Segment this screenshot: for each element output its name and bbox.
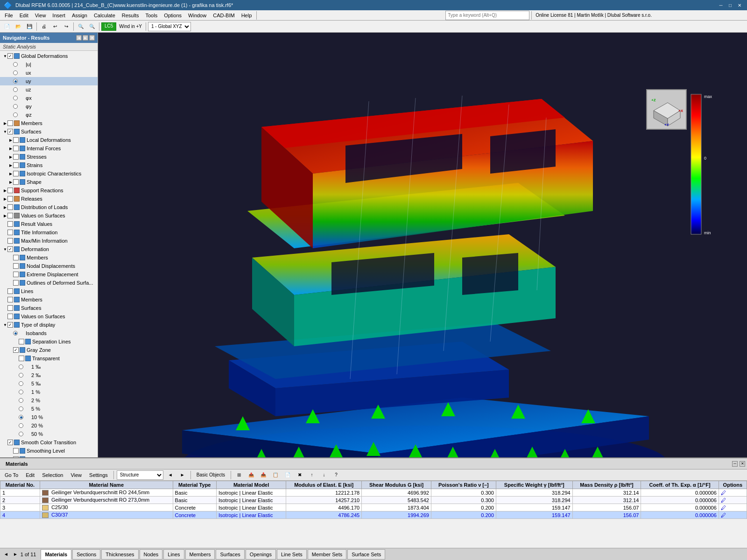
tree-arrow-stresses[interactable] [8, 155, 13, 159]
tree-item-u[interactable]: |u| [0, 60, 98, 69]
tree-item-members[interactable]: Members [0, 119, 98, 127]
radio-5per-mille[interactable] [19, 381, 23, 386]
tree-item-phiz[interactable]: φz [0, 111, 98, 119]
checkbox-global-deformations[interactable] [7, 53, 13, 59]
tree-arrow-support-reactions[interactable] [3, 189, 7, 193]
tree-item-global-deformations[interactable]: Global Deformations [0, 52, 98, 60]
table-row[interactable]: 4 C30/37 Concrete Isotropic | Linear Ela… [0, 511, 747, 519]
checkbox-shape[interactable] [13, 179, 19, 185]
table-row[interactable]: 3 C25/30 Concrete Isotropic | Linear Ela… [0, 504, 747, 511]
tb-undo[interactable]: ↩ [50, 21, 60, 32]
menu-calculate[interactable]: Calculate [91, 12, 118, 19]
tree-item-10percent[interactable]: 10 % [0, 413, 98, 421]
tb-help[interactable]: ? [331, 470, 341, 480]
radio-u[interactable] [13, 62, 18, 67]
tree-arrow-local-deformations[interactable] [8, 138, 13, 142]
menu-view[interactable]: View [32, 12, 49, 19]
tree-item-1per-mille[interactable]: 1 ‰ [0, 363, 98, 371]
menu-results[interactable]: Results [119, 12, 142, 19]
menu-window[interactable]: Window [185, 12, 209, 19]
tree-arrow-surfaces[interactable] [3, 130, 7, 134]
checkbox-values-on-surf2[interactable] [7, 314, 13, 319]
maximize-button[interactable]: □ [726, 1, 734, 9]
tree-arrow-values-on-surfaces[interactable] [3, 214, 7, 218]
tb-filter[interactable]: ⊞ [234, 470, 244, 480]
checkbox-result-values[interactable] [7, 221, 13, 227]
tab-member-sets[interactable]: Member Sets [308, 549, 346, 560]
tree-item-internal-forces[interactable]: Internal Forces [0, 144, 98, 153]
tab-nav-next[interactable]: ► [11, 551, 20, 558]
menu-edit[interactable]: Edit [17, 12, 31, 19]
tab-members[interactable]: Members [185, 549, 215, 560]
tree-item-5per-mille[interactable]: 5 ‰ [0, 379, 98, 388]
checkbox-deformation[interactable] [7, 246, 13, 252]
tb-zoom-in[interactable]: 🔍 [76, 21, 86, 32]
checkbox-title-information[interactable] [7, 230, 13, 235]
tb-paste[interactable]: 📄 [282, 470, 293, 480]
tree-arrow-shape[interactable] [8, 180, 13, 184]
tb-down[interactable]: ↓ [319, 470, 329, 480]
tree-item-20percent[interactable]: 20 % [0, 421, 98, 430]
radio-phix[interactable] [13, 96, 18, 100]
checkbox-surfaces2[interactable] [7, 305, 13, 311]
checkbox-gray-zone[interactable] [13, 347, 19, 353]
radio-2per-mille[interactable] [19, 373, 23, 378]
tree-item-support-reactions[interactable]: Support Reactions [0, 186, 98, 195]
tab-surfaces[interactable]: Surfaces [216, 549, 244, 560]
tb-export[interactable]: 📤 [246, 470, 256, 480]
tree-item-5percent[interactable]: 5 % [0, 405, 98, 413]
tree-item-phix[interactable]: φx [0, 94, 98, 102]
radio-1percent[interactable] [19, 390, 23, 394]
search-input[interactable] [445, 11, 529, 20]
checkbox-extreme-disp[interactable] [13, 272, 19, 277]
tree-item-dist-of-loads[interactable]: Distribution of Loads [0, 203, 98, 211]
tb-up[interactable]: ↑ [307, 470, 317, 480]
nav-next-btn[interactable]: ► [83, 35, 88, 41]
tb-print[interactable]: 🖨 [39, 21, 49, 32]
tree-item-local-deformations[interactable]: Local Deformations [0, 136, 98, 144]
tree-item-stresses[interactable]: Stresses [0, 153, 98, 161]
tab-openings[interactable]: Openings [246, 549, 276, 560]
menu-options[interactable]: Options [161, 12, 184, 19]
radio-phiy[interactable] [13, 104, 18, 109]
menu-tools[interactable]: Tools [142, 12, 160, 19]
tree-arrow-releases[interactable] [3, 197, 7, 201]
tb-save[interactable]: 💾 [24, 21, 35, 32]
tab-nodes[interactable]: Nodes [140, 549, 163, 560]
tree-item-surfaces2[interactable]: Surfaces [0, 304, 98, 312]
nav-prev-btn[interactable]: ◄ [76, 35, 82, 41]
tree-item-releases[interactable]: Releases [0, 195, 98, 203]
tree-item-50percent[interactable]: 50 % [0, 430, 98, 438]
radio-uz[interactable] [13, 87, 18, 92]
tab-sections[interactable]: Sections [72, 549, 100, 560]
tree-arrow-internal-forces[interactable] [8, 147, 13, 151]
checkbox-stresses[interactable] [13, 154, 19, 160]
checkbox-strains[interactable] [13, 162, 19, 168]
radio-20percent[interactable] [19, 423, 23, 428]
tree-arrow-dist-of-loads[interactable] [3, 205, 7, 210]
tb-delete[interactable]: ✖ [295, 470, 305, 480]
dropdown-prev[interactable]: ◄ [165, 470, 176, 480]
tab-nav-prev[interactable]: ◄ [2, 551, 10, 558]
tb-new[interactable]: 📄 [2, 21, 12, 32]
view-menu[interactable]: View [68, 471, 85, 479]
checkbox-nodal-disp[interactable] [13, 263, 19, 269]
table-row[interactable]: 1 Geilinger Verbundquerschnitt RO 244,5m… [0, 489, 747, 497]
tb-open[interactable]: 📂 [13, 21, 23, 32]
tree-arrow-deformation[interactable] [3, 247, 7, 252]
bottom-panel-close[interactable]: ✕ [740, 461, 745, 467]
checkbox-smoothing-level[interactable] [13, 448, 19, 454]
tree-item-2percent[interactable]: 2 % [0, 396, 98, 405]
tab-materials[interactable]: Materials [41, 549, 71, 560]
tree-item-shape[interactable]: Shape [0, 178, 98, 186]
tree-item-deformation[interactable]: Deformation [0, 245, 98, 253]
tree-arrow-strains[interactable] [8, 163, 13, 168]
minimize-button[interactable]: ─ [717, 1, 725, 9]
tree-item-values-on-surfaces[interactable]: Values on Surfaces [0, 211, 98, 220]
tree-item-nodal-disp[interactable]: Nodal Displacements [0, 262, 98, 270]
tree-item-result-values[interactable]: Result Values [0, 220, 98, 228]
checkbox-local-deformations[interactable] [13, 137, 19, 143]
tree-arrow-type-of-display[interactable] [3, 323, 7, 327]
tree-item-values-on-surf2[interactable]: Values on Surfaces [0, 312, 98, 321]
menu-cadbim[interactable]: CAD-BIM [210, 12, 237, 19]
